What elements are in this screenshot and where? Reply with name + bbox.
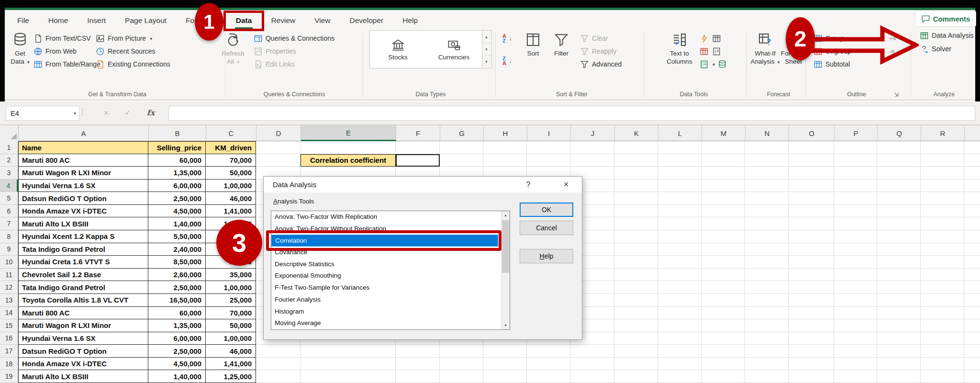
grid-cell[interactable] [877,243,921,256]
text-to-columns-button[interactable]: Text to Columns [664,32,695,66]
grid-cell[interactable] [658,332,702,345]
grid-cell[interactable] [745,370,789,383]
ok-button[interactable]: OK [520,203,573,217]
grid-cell[interactable] [658,217,702,230]
grid-cell[interactable] [834,192,877,205]
grid-cell[interactable] [614,307,658,320]
grid-cell[interactable] [964,332,980,345]
table-cell[interactable]: 46,000 [206,192,256,205]
grid-cell[interactable] [789,205,834,218]
analysis-tools-listbox[interactable]: Anova: Two-Factor With ReplicationAnova:… [271,211,510,330]
sort-ascending-button[interactable]: AZ↓ [502,33,512,44]
grid-cell[interactable] [614,217,658,230]
grid-cell[interactable] [834,256,877,269]
grid-cell[interactable] [614,230,658,243]
grid-cell[interactable] [877,269,921,282]
grid-cell[interactable] [834,281,877,294]
remove-duplicates-icon[interactable] [700,46,709,56]
column-header-I[interactable]: I [527,125,571,141]
grid-cell[interactable] [658,370,702,383]
grid-cell[interactable] [789,307,834,320]
grid-cell[interactable] [658,256,702,269]
grid-cell[interactable] [702,141,745,154]
advanced-filter-button[interactable]: Advanced [580,59,622,69]
column-header-M[interactable]: M [702,125,746,141]
grid-cell[interactable] [921,358,964,371]
grid-cell[interactable] [702,205,745,218]
row-header-13[interactable]: 13 [0,294,18,307]
grid-cell[interactable] [483,154,527,167]
table-cell[interactable]: 1,35,000 [148,167,206,180]
grid-cell[interactable] [789,332,834,345]
grid-cell[interactable] [658,154,702,167]
grid-cell[interactable] [702,281,745,294]
grid-cell[interactable] [789,281,834,294]
table-cell[interactable]: 1,40,000 [148,370,206,383]
grid-cell[interactable] [658,243,702,256]
grid-cell[interactable] [614,167,658,180]
table-cell[interactable]: 8,50,000 [148,256,206,269]
grid-cell[interactable] [921,281,964,294]
grid-cell[interactable] [702,269,745,282]
grid-cell[interactable] [702,294,745,307]
grid-cell[interactable] [614,370,658,383]
grid-cell[interactable] [877,256,921,269]
gallery-scrollbar[interactable]: ▴ ▾ ▾ [481,30,492,68]
grid-cell[interactable] [834,230,877,243]
grid-cell[interactable] [658,205,702,218]
table-cell[interactable]: Toyota Corolla Altis 1.8 VL CVT [18,294,148,307]
column-header-C[interactable]: C [206,125,256,141]
row-header-6[interactable]: 6 [0,205,18,218]
grid-cell[interactable] [745,141,789,154]
grid-cell[interactable] [658,319,702,332]
grid-cell[interactable] [834,294,877,307]
grid-cell[interactable] [921,154,964,167]
row-header-17[interactable]: 17 [0,345,18,358]
grid-cell[interactable] [570,345,614,358]
solver-button[interactable]: Solver [920,44,951,54]
from-table-range-button[interactable]: From Table/Range [33,59,100,69]
grid-cell[interactable] [834,319,877,332]
grid-cell[interactable] [921,180,964,192]
flash-fill-icon[interactable] [700,33,709,44]
grid-cell[interactable] [614,281,658,294]
from-picture-button[interactable]: From Picture ▾ [96,33,152,44]
row-header-9[interactable]: 9 [0,243,18,256]
analysis-tool-item[interactable]: F-Test Two-Sample for Variances [271,282,498,294]
table-cell[interactable]: 6,00,000 [148,180,206,192]
grid-cell[interactable] [921,167,964,180]
grid-cell[interactable] [877,217,921,230]
properties-button[interactable]: Properties [254,46,296,56]
grid-cell[interactable] [877,358,921,371]
table-cell[interactable]: 70,000 [206,307,256,320]
grid-cell[interactable] [834,141,877,154]
outline-dialog-launcher-icon[interactable]: ⇲ [894,90,899,100]
grid-cell[interactable] [964,307,980,320]
name-box-resize-handle[interactable]: ⋮ [79,108,86,116]
grid-cell[interactable] [614,294,658,307]
table-cell[interactable]: Tata Indigo Grand Petrol [18,243,148,256]
grid-cell[interactable] [256,370,301,383]
table-cell[interactable]: Hyundai Xcent 1.2 Kappa S [18,230,148,243]
row-header-4[interactable]: 4 [0,180,18,192]
scroll-up-icon[interactable]: ▴ [501,211,510,219]
tab-home[interactable]: Home [39,10,78,31]
grid-cell[interactable] [745,358,789,371]
tab-insert[interactable]: Insert [78,10,115,31]
cancel-button[interactable]: Cancel [520,221,573,235]
row-header-15[interactable]: 15 [0,319,18,332]
grid-cell[interactable] [745,307,789,320]
row-header-7[interactable]: 7 [0,217,18,230]
grid-cell[interactable] [964,294,980,307]
grid-cell[interactable] [658,167,702,180]
refresh-all-button[interactable]: Refresh All ▾ [219,32,247,66]
grid-cell[interactable] [745,281,789,294]
grid-cell[interactable] [964,141,980,154]
tab-page-layout[interactable]: Page Layout [115,10,176,31]
select-all-corner[interactable] [0,125,19,142]
formula-input[interactable] [168,106,975,121]
grid-cell[interactable] [527,370,570,383]
grid-cell[interactable] [834,307,877,320]
name-box[interactable]: E4 ▾ [6,106,80,121]
column-header-E[interactable]: E [301,125,396,141]
